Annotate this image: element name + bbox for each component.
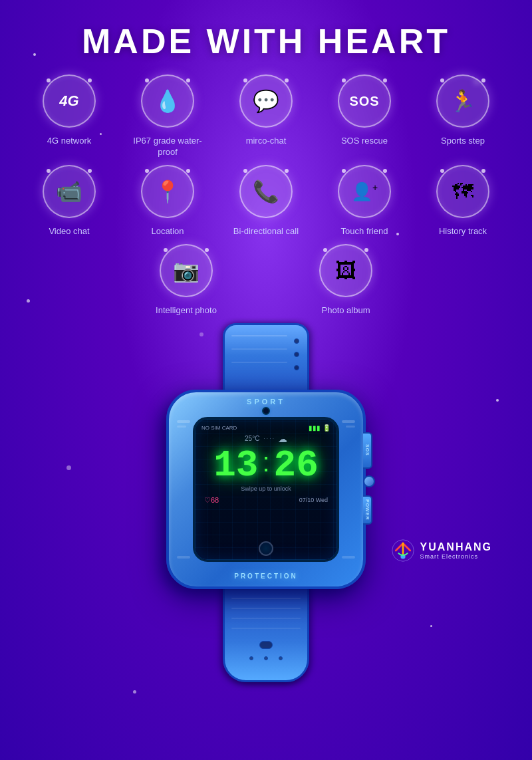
feature-intelligent-photo: 📷 Intelligent photo <box>146 244 226 317</box>
feature-icon-wrap-sports: 🏃 <box>436 74 489 128</box>
feature-icon-wrap-sos: SOS <box>338 74 391 128</box>
feature-label-chat: mirco-chat <box>246 136 287 147</box>
feature-label-call: Bi-directional call <box>233 226 299 237</box>
screen-no-sim: NO SIM CARD <box>201 425 237 431</box>
screen-dots: · · · · <box>263 436 274 442</box>
features-section: 4G 4G network 💧 IP67 grade water-proof 💬… <box>0 74 532 317</box>
features-row-3: 📷 Intelligent photo 🖼 Photo album <box>20 244 512 317</box>
feature-icon-wrap-track: 🗺 <box>436 165 489 218</box>
brand-name: YUANHANG <box>420 541 492 553</box>
watch-side-button-round[interactable] <box>363 475 375 487</box>
feature-icon-wrap-call: 📞 <box>239 165 293 218</box>
sos-icon: SOS <box>349 94 379 108</box>
watch-section: SPORT PROTECTION <box>0 323 532 642</box>
feature-touch-friend: 👤+ Touch friend <box>325 165 404 237</box>
feature-label-sos: SOS rescue <box>341 136 388 147</box>
water-drop-icon: 💧 <box>154 90 181 112</box>
brand-logo-icon <box>391 539 415 563</box>
watch-camera-dot <box>262 407 270 415</box>
watch-case: SPORT PROTECTION <box>166 390 366 589</box>
feature-label-friend: Touch friend <box>341 226 388 237</box>
feature-icon-wrap-location: 📍 <box>141 165 194 218</box>
page-title: MADE WITH HEART <box>0 0 532 74</box>
feature-icon-wrap-friend: 👤+ <box>338 165 391 218</box>
feature-label-4g: 4G network <box>47 136 91 147</box>
brand-text: YUANHANG Smart Electronics <box>420 541 492 560</box>
phone-icon: 📞 <box>253 181 279 202</box>
chat-icon: 💬 <box>253 90 279 112</box>
watch-protection-label: PROTECTION <box>234 572 298 580</box>
screen-hour: 13 <box>213 447 258 484</box>
feature-4g-network: 4G 4G network <box>29 74 109 147</box>
watch-power-button[interactable]: POWER <box>363 495 372 525</box>
feature-label-location: Location <box>151 226 184 237</box>
feature-bidirectional-call: 📞 Bi-directional call <box>226 165 306 237</box>
feature-micro-chat: 💬 mirco-chat <box>226 74 306 147</box>
screen-colon: : <box>262 447 269 477</box>
feature-history-track: 🗺 History track <box>423 165 503 237</box>
add-friend-icon: 👤+ <box>351 183 378 200</box>
track-icon: 🗺 <box>452 181 473 202</box>
feature-label-track: History track <box>439 226 487 237</box>
feature-location: 📍 Location <box>128 165 207 237</box>
feature-icon-wrap-chat: 💬 <box>239 74 293 128</box>
features-row-2: 📹 Video chat 📍 Location 📞 Bi-directional… <box>20 165 512 237</box>
screen-home-button[interactable] <box>259 541 273 556</box>
feature-icon-wrap-album: 🖼 <box>319 244 372 297</box>
running-icon: 🏃 <box>450 90 476 112</box>
brand-logo: YUANHANG Smart Electronics <box>391 539 492 563</box>
watch-sport-label: SPORT <box>247 398 285 406</box>
feature-icon-wrap-video: 📹 <box>43 165 96 218</box>
feature-label-video: Video chat <box>49 226 89 237</box>
screen-battery-icon: ▮▮▮ 🔋 <box>309 424 331 432</box>
feature-photo-album: 🖼 Photo album <box>306 244 386 317</box>
screen-heart-rate: ♡68 <box>204 496 219 505</box>
features-row-1: 4G 4G network 💧 IP67 grade water-proof 💬… <box>20 74 512 158</box>
video-icon: 📹 <box>56 181 82 202</box>
brand-subtitle: Smart Electronics <box>420 553 492 560</box>
screen-minute: 26 <box>274 447 319 484</box>
screen-date: 07/10 Wed <box>299 497 328 503</box>
feature-sos: SOS SOS rescue <box>325 74 404 147</box>
feature-label-album: Photo album <box>322 305 370 317</box>
feature-waterproof: 💧 IP67 grade water-proof <box>128 74 207 158</box>
watch-buckle <box>259 641 273 649</box>
watch-container: SPORT PROTECTION <box>133 323 399 642</box>
screen-temperature: 25°C <box>245 435 259 442</box>
feature-label-sports: Sports step <box>441 136 485 147</box>
feature-label-photo: Intelligent photo <box>156 305 217 317</box>
album-icon: 🖼 <box>335 260 356 281</box>
4g-icon: 4G <box>59 94 78 108</box>
feature-icon-wrap-waterproof: 💧 <box>141 74 194 128</box>
feature-icon-wrap-photo: 📷 <box>160 244 213 297</box>
feature-icon-wrap-4g: 4G <box>43 74 96 128</box>
feature-label-waterproof: IP67 grade water-proof <box>128 136 207 158</box>
camera-icon: 📷 <box>173 260 200 281</box>
location-pin-icon: 📍 <box>154 181 181 202</box>
feature-sports-step: 🏃 Sports step <box>423 74 503 147</box>
watch-screen: NO SIM CARD ▮▮▮ 🔋 25°C · · · · ☁ 13 <box>193 417 339 562</box>
screen-cloud-icon: ☁ <box>278 434 287 444</box>
watch-sos-button[interactable]: SOS <box>363 432 372 469</box>
sos-button-label: SOS <box>365 444 370 456</box>
power-button-label: POWER <box>365 499 370 520</box>
feature-video-chat: 📹 Video chat <box>29 165 109 237</box>
